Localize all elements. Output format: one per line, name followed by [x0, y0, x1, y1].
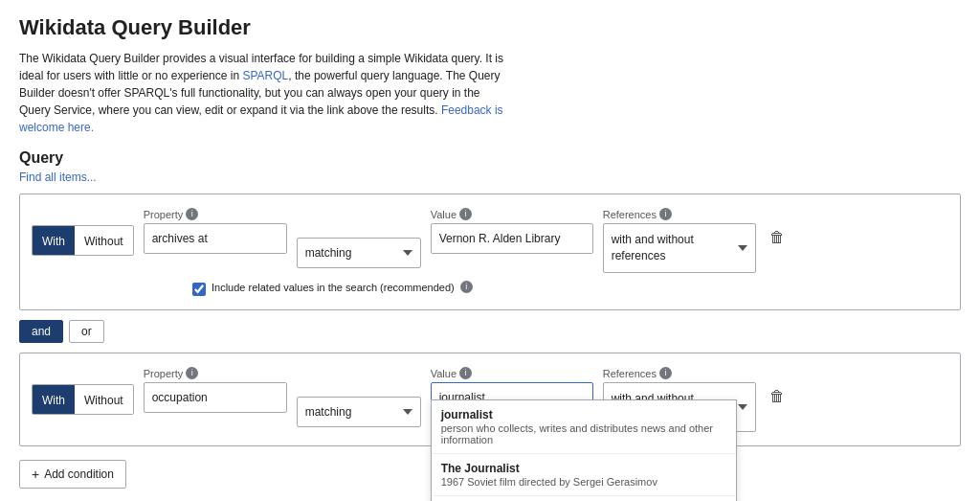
and-or-row: and or	[19, 320, 961, 343]
condition-1-value-input[interactable]	[431, 223, 593, 254]
query-label: Query	[19, 149, 961, 167]
condition-2-value-group: Value i journalist person who collects, …	[431, 367, 593, 413]
condition-2-property-group: Property i	[144, 367, 287, 413]
sparql-link[interactable]: SPARQL	[242, 69, 288, 82]
condition-1-references-label: References i	[603, 208, 756, 220]
condition-1-references-info-icon[interactable]: i	[659, 208, 672, 220]
condition-2-delete-button[interactable]: 🗑	[766, 384, 789, 409]
condition-2-value-label: Value i	[431, 367, 593, 379]
condition-1-property-info-icon[interactable]: i	[186, 208, 198, 220]
autocomplete-item-the-journalist[interactable]: The Journalist 1967 Soviet film directed…	[432, 454, 736, 496]
condition-1-include-related: Include related values in the search (re…	[192, 281, 948, 296]
condition-1-references-select[interactable]: with and without references with referen…	[603, 223, 756, 273]
condition-1-references-group: References i with and without references…	[603, 208, 756, 273]
find-all-items[interactable]: Find all items...	[19, 171, 961, 184]
condition-1-property-label: Property i	[144, 208, 287, 220]
page-title: Wikidata Query Builder	[19, 15, 961, 40]
condition-2-value-info-icon[interactable]: i	[459, 367, 472, 379]
condition-1-row: With Without Property i matching contain…	[32, 208, 948, 273]
condition-2-references-label: References i	[603, 367, 756, 379]
condition-1-delete-button[interactable]: 🗑	[766, 225, 789, 250]
condition-1-value-info-icon[interactable]: i	[459, 208, 472, 220]
add-condition-icon: +	[32, 467, 39, 482]
autocomplete-dropdown: journalist person who collects, writes a…	[431, 399, 737, 501]
autocomplete-item-the-journalist-title: The Journalist	[441, 462, 726, 475]
condition-2-matching-select[interactable]: matching containing equals	[297, 397, 421, 427]
condition-1-toggle: With Without	[32, 225, 134, 256]
condition-2-matching-group: matching containing equals	[297, 380, 421, 427]
condition-1-value-label: Value i	[431, 208, 593, 220]
autocomplete-item-journalist-title: journalist	[441, 408, 726, 421]
condition-2-toggle: With Without	[32, 384, 134, 415]
condition-2-property-input[interactable]	[144, 382, 287, 413]
condition-1-block: With Without Property i matching contain…	[19, 194, 961, 310]
add-condition-label: Add condition	[44, 467, 114, 481]
intro-paragraph: The Wikidata Query Builder provides a vi…	[19, 50, 507, 136]
and-button[interactable]: and	[19, 320, 63, 343]
condition-1-include-related-checkbox[interactable]	[192, 283, 206, 296]
condition-2-with-button[interactable]: With	[33, 385, 75, 415]
condition-1-include-related-info-icon[interactable]: i	[460, 281, 473, 293]
query-section: Query Find all items... With Without Pro…	[19, 149, 961, 489]
condition-1-without-button[interactable]: Without	[75, 226, 133, 256]
condition-1-matching-group: matching containing equals	[297, 221, 421, 268]
condition-1-matching-select[interactable]: matching containing equals	[297, 238, 421, 268]
autocomplete-item-journalist[interactable]: journalist person who collects, writes a…	[432, 400, 736, 454]
condition-1-include-related-text: Include related values in the search (re…	[212, 281, 455, 295]
feedback-link[interactable]: Feedback is welcome here.	[19, 103, 503, 134]
autocomplete-item-journalist-cap[interactable]: Journalist	[432, 496, 736, 501]
condition-1-property-input[interactable]	[144, 223, 287, 254]
condition-1-with-button[interactable]: With	[33, 226, 75, 256]
condition-2-references-info-icon[interactable]: i	[659, 367, 672, 379]
autocomplete-item-journalist-desc: person who collects, writes and distribu…	[441, 422, 726, 445]
condition-2-property-info-icon[interactable]: i	[186, 367, 198, 379]
condition-1-value-group: Value i	[431, 208, 593, 254]
condition-2-row: With Without Property i matching contain…	[32, 367, 948, 432]
add-condition-button[interactable]: + Add condition	[19, 460, 126, 489]
condition-2-block: With Without Property i matching contain…	[19, 353, 961, 446]
or-button[interactable]: or	[69, 320, 104, 343]
condition-2-property-label: Property i	[144, 367, 287, 379]
condition-2-without-button[interactable]: Without	[75, 385, 133, 415]
autocomplete-item-the-journalist-desc: 1967 Soviet film directed by Sergei Gera…	[441, 476, 726, 488]
condition-1-property-group: Property i	[144, 208, 287, 254]
